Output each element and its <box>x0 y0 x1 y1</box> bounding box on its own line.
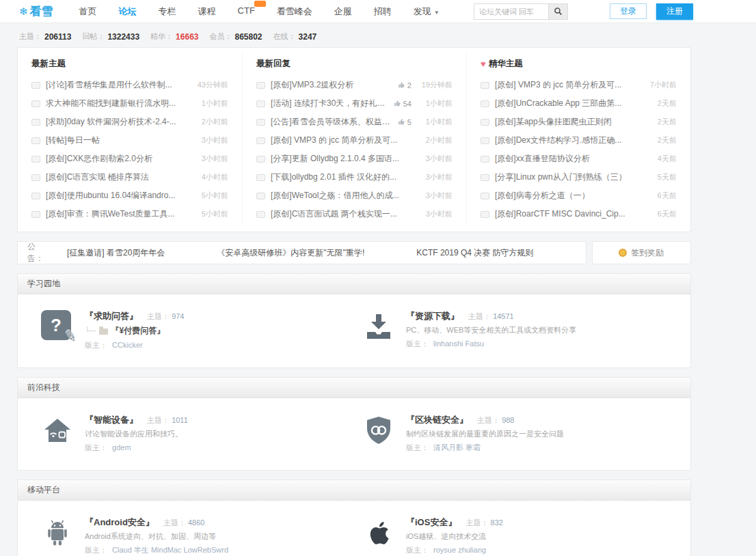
topic-title[interactable]: [原创]病毒分析之道（一） <box>495 190 638 201</box>
topic-row[interactable]: [原创]某app头像挂图爬虫正则闭 2天前 <box>481 113 677 131</box>
topic-title[interactable]: [讨论]看雪精华集是用什么软件制... <box>46 79 190 91</box>
topic-title[interactable]: [原创]审查：腾讯WeTest质量工具... <box>46 208 190 220</box>
stat-value-topics: 206113 <box>44 32 71 42</box>
topic-title[interactable]: [下载]ollydbg 2.01 插件 汉化好的... <box>271 171 414 183</box>
announcement-link-kctf-rules[interactable]: KCTF 2019 Q4 决赛 防守方规则 <box>416 247 533 259</box>
topic-title[interactable]: [原创]RoarCTF MISC Davinci_Cip... <box>495 208 638 220</box>
moderator-names[interactable]: 清风月影 寒霜 <box>433 443 481 451</box>
topic-title[interactable]: 求大神能不能找到建新银行流水明... <box>46 98 190 109</box>
topic-row[interactable]: [原创]RoarCTF MISC Davinci_Cip... 6天前 <box>481 205 677 223</box>
nav-item-home[interactable]: 首页 <box>79 5 97 18</box>
forum-name-downloads[interactable]: 『资源下载』 <box>406 311 459 321</box>
topics-label: 主题： <box>465 518 488 527</box>
topic-title[interactable]: [转帖]每日一帖 <box>46 135 190 146</box>
smart-home-icon[interactable] <box>41 414 74 447</box>
register-button[interactable]: 注册 <box>656 3 693 20</box>
topic-row[interactable]: [原创] VMP3 的 jcc 简单分析及可... 2小时前 <box>256 131 453 150</box>
topic-row[interactable]: [原创]CXK恶作剧勒索2.0分析 3小时前 <box>31 150 228 168</box>
topic-title[interactable]: [原创]CXK恶作剧勒索2.0分析 <box>46 153 190 165</box>
mods-label: 版主： <box>85 341 107 349</box>
topic-title[interactable]: [原创]xx直播登陆协议分析 <box>495 153 638 165</box>
post-icon <box>481 100 489 107</box>
moderator-names[interactable]: roysue zhuliang <box>433 546 486 554</box>
topic-row[interactable]: [原创]UnCrackable App 三部曲第... 2天前 <box>481 94 677 113</box>
topic-row[interactable]: [原创]C语言面试题 两个栈实现一... 3小时前 <box>256 205 453 223</box>
nav-item-ctf[interactable]: CTF <box>238 5 255 18</box>
topics-label: 主题： <box>477 416 500 424</box>
nav-item-forum[interactable]: 论坛 <box>119 5 137 18</box>
subforum-paid-qa[interactable]: 『¥付费问答』 <box>111 324 165 339</box>
question-pencil-icon[interactable]: ? ✎ <box>41 310 74 343</box>
topic-row[interactable]: [讨论]看雪精华集是用什么软件制... 43分钟前 <box>31 76 228 94</box>
apple-icon[interactable] <box>362 516 395 549</box>
topic-title[interactable]: [求助]0day 软件漏洞分析技术-2.4-... <box>46 116 190 128</box>
topic-title[interactable]: [原创]某app头像挂图爬虫正则闭 <box>495 116 638 128</box>
topic-title[interactable]: [分享]Linux pwn从入门到熟练（三） <box>495 171 638 183</box>
topic-row[interactable]: [分享]Linux pwn从入门到熟练（三） 5天前 <box>481 168 677 186</box>
topic-title[interactable]: [原创] VMP3 的 jcc 简单分析及可... <box>495 79 638 91</box>
nav-item-summit[interactable]: 看雪峰会 <box>277 5 312 18</box>
topic-row[interactable]: [原创] VMP3 的 jcc 简单分析及可... 7小时前 <box>481 76 677 94</box>
blockchain-shield-icon[interactable] <box>362 414 395 447</box>
topic-row[interactable]: [下载]ollydbg 2.01 插件 汉化好的... 3小时前 <box>256 168 453 186</box>
moderator-names[interactable]: CCkicker <box>112 341 143 349</box>
announcement-link-anniversary[interactable]: [征集邀请] 看雪20周年年会 <box>67 247 165 259</box>
nav-item-discover[interactable]: 发现 ▾ <box>414 5 438 18</box>
topic-row[interactable]: [原创]xx直播登陆协议分析 4天前 <box>481 150 677 168</box>
forum-name-ios[interactable]: 『iOS安全』 <box>406 517 457 527</box>
folder-icon <box>99 329 108 335</box>
kanxue-logo[interactable]: ❄ 看雪 <box>19 3 53 19</box>
moderator-names[interactable]: gdem <box>112 443 131 451</box>
topic-title[interactable]: [原创]WeTool之殇：借用他人的成... <box>271 190 414 201</box>
announcement-link-android-class[interactable]: 《安卓高级研修班》内容更新"无限"重学! <box>217 247 364 259</box>
topic-time: 7小时前 <box>641 80 677 90</box>
thumb-up-icon <box>398 81 405 89</box>
post-icon <box>256 100 265 107</box>
nav-item-courses[interactable]: 课程 <box>198 5 216 18</box>
topic-title[interactable]: [原创]C语言实现 桶排序算法 <box>46 171 190 183</box>
topic-title[interactable]: [原创]C语言面试题 两个栈实现一... <box>271 208 414 220</box>
android-icon[interactable] <box>41 516 74 549</box>
topic-row[interactable]: [原创]病毒分析之道（一） 6天前 <box>481 186 677 205</box>
search-input[interactable] <box>474 3 549 20</box>
topic-row[interactable]: [原创]VMP3.2提权分析 2 19分钟前 <box>256 76 453 94</box>
topic-title[interactable]: [原创]VMP3.2提权分析 <box>271 79 392 91</box>
nav-item-jobs[interactable]: 招聘 <box>374 5 392 18</box>
topic-row[interactable]: [活动] 连续打卡30天，有好礼想送! 54 1小时前 <box>256 94 453 113</box>
topic-title[interactable]: [原创]使用ubuntu 16.04编译andro... <box>46 190 190 201</box>
nav-item-column[interactable]: 专栏 <box>159 5 176 18</box>
login-button[interactable]: 登录 <box>610 3 647 19</box>
topic-row[interactable]: [转帖]每日一帖 3小时前 <box>31 131 228 150</box>
topic-row[interactable]: [原创]使用ubuntu 16.04编译andro... 5小时前 <box>31 186 228 205</box>
auth-buttons: 登录 注册 <box>610 3 693 20</box>
topic-row[interactable]: [公告]看雪会员等级体系、权益及... 5 1小时前 <box>256 113 453 131</box>
topic-title[interactable]: [原创]UnCrackable App 三部曲第... <box>495 98 638 109</box>
topic-row[interactable]: [原创]审查：腾讯WeTest质量工具... 5小时前 <box>31 205 228 223</box>
topic-row[interactable]: [分享]更新 Ollydbg 2.1.0.4 多国语... 3小时前 <box>256 150 453 168</box>
forum-name-blockchain[interactable]: 『区块链安全』 <box>406 415 468 425</box>
forum-name-smart-devices[interactable]: 『智能设备』 <box>85 415 138 425</box>
nav-item-enterprise[interactable]: 企服 <box>334 5 352 18</box>
forum-name-qa[interactable]: 『求助问答』 <box>85 311 138 321</box>
topic-title[interactable]: [公告]看雪会员等级体系、权益及... <box>271 116 392 128</box>
topic-row[interactable]: 求大神能不能找到建新银行流水明... 1小时前 <box>31 94 228 113</box>
signin-reward-button[interactable]: 签到奖励 <box>592 241 691 264</box>
search-button[interactable] <box>549 3 568 20</box>
topic-row[interactable]: [原创]C语言实现 桶排序算法 4小时前 <box>31 168 228 186</box>
section-title-learning: 学习园地 <box>18 274 690 294</box>
topic-row[interactable]: [原创]Dex文件结构学习.感悟正确... 2天前 <box>481 131 677 150</box>
moderator-names[interactable]: linhanshi Fatsu <box>433 339 484 348</box>
topic-title[interactable]: [分享]更新 Ollydbg 2.1.0.4 多国语... <box>271 153 414 165</box>
forum-name-android[interactable]: 『Android安全』 <box>85 517 154 527</box>
forum-downloads: 『资源下载』 主题： 14571 PC、移动、WEB等安全相关的工具或文档资料分… <box>354 308 690 352</box>
download-icon[interactable] <box>362 310 395 343</box>
topic-title[interactable]: [原创]Dex文件结构学习.感悟正确... <box>495 135 638 146</box>
topic-row[interactable]: [原创]WeTool之殇：借用他人的成... 3小时前 <box>256 186 453 205</box>
topics-count: 974 <box>172 312 184 320</box>
moderator-names[interactable]: Claud 半生 MindMac LowRebSwrd <box>112 546 228 554</box>
topic-time: 2天前 <box>641 135 677 145</box>
topic-time: 2天前 <box>641 117 677 127</box>
topic-row[interactable]: [求助]0day 软件漏洞分析技术-2.4-... 2小时前 <box>31 113 228 131</box>
topic-title[interactable]: [活动] 连续打卡30天，有好礼想送! <box>271 98 388 109</box>
topic-title[interactable]: [原创] VMP3 的 jcc 简单分析及可... <box>271 135 414 146</box>
